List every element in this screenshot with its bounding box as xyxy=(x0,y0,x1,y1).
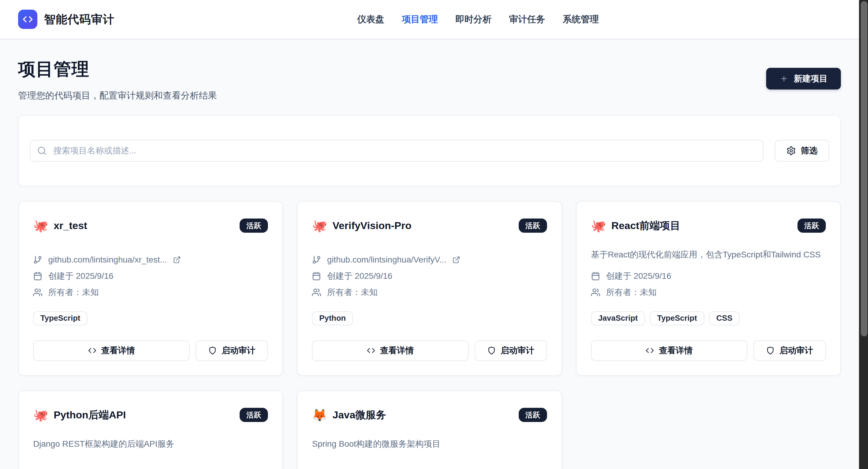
card-title-wrap: 🦊 Java微服务 xyxy=(312,408,386,422)
project-card-java-microservice: 🦊 Java微服务 活跃 Spring Boot构建的微服务架构项目 创建于 2… xyxy=(297,390,562,469)
card-title-wrap: 🐙 VerifyVision-Pro xyxy=(312,220,411,232)
project-card-xr-test: 🐙 xr_test 活跃 github.com/lintsinghua/xr_t… xyxy=(18,201,283,376)
card-header: 🐙 VerifyVision-Pro 活跃 xyxy=(312,216,547,236)
created-text: 创建于 2025/9/16 xyxy=(327,270,392,282)
project-name: Python后端API xyxy=(54,408,126,422)
repo-url: github.com/lintsinghua/xr_test... xyxy=(48,255,167,264)
view-details-label: 查看详情 xyxy=(101,345,135,356)
project-card-python-backend: 🐙 Python后端API 活跃 Django REST框架构建的后端API服务… xyxy=(18,390,283,469)
git-branch-icon xyxy=(33,255,42,264)
status-badge: 活跃 xyxy=(519,219,547,233)
filter-button[interactable]: 筛选 xyxy=(775,140,829,162)
card-actions: 查看详情 启动审计 xyxy=(591,340,826,361)
created-row: 创建于 2025/9/16 xyxy=(33,268,268,284)
created-text: 创建于 2025/9/16 xyxy=(48,468,113,469)
owner-row: 所有者：未知 xyxy=(591,284,826,301)
vertical-scrollbar[interactable] xyxy=(859,0,868,469)
repo-url: github.com/lintsinghua/VerifyV... xyxy=(327,255,446,264)
octopus-emoji-icon: 🐙 xyxy=(312,220,327,232)
shield-icon xyxy=(766,346,775,355)
created-text: 创建于 2025/9/16 xyxy=(606,270,671,282)
project-grid: 🐙 xr_test 活跃 github.com/lintsinghua/xr_t… xyxy=(18,201,841,469)
tag-list: Python xyxy=(312,311,547,325)
new-project-button[interactable]: 新建项目 xyxy=(766,68,841,90)
code-icon xyxy=(646,346,654,355)
external-link-icon xyxy=(453,256,460,264)
new-project-label: 新建项目 xyxy=(794,73,828,84)
start-audit-button[interactable]: 启动审计 xyxy=(195,340,268,361)
card-header: 🐙 React前端项目 活跃 xyxy=(591,216,826,236)
created-row: 创建于 2025/9/16 xyxy=(312,465,547,469)
project-card-verifyvision-pro: 🐙 VerifyVision-Pro 活跃 github.com/lintsin… xyxy=(297,201,562,376)
owner-text: 所有者：未知 xyxy=(606,287,657,298)
users-icon xyxy=(591,288,600,297)
start-audit-label: 启动审计 xyxy=(779,345,813,356)
plus-icon xyxy=(779,74,788,83)
start-audit-button[interactable]: 启动审计 xyxy=(475,340,547,361)
code-icon xyxy=(88,346,96,355)
status-badge: 活跃 xyxy=(798,219,826,233)
project-description: 基于React的现代化前端应用，包含TypeScript和Tailwind CS… xyxy=(591,249,826,261)
calendar-icon xyxy=(312,272,321,281)
calendar-icon xyxy=(591,272,600,281)
view-details-label: 查看详情 xyxy=(659,345,692,356)
card-actions: 查看详情 启动审计 xyxy=(312,340,547,361)
page-header: 项目管理 管理您的代码项目，配置审计规则和查看分析结果 新建项目 xyxy=(18,59,841,102)
status-badge: 活跃 xyxy=(240,408,268,422)
main-content: 项目管理 管理您的代码项目，配置审计规则和查看分析结果 新建项目 xyxy=(0,59,859,469)
view-details-button[interactable]: 查看详情 xyxy=(33,340,190,361)
tag-list: JavaScript TypeScript CSS xyxy=(591,311,826,325)
project-name: Java微服务 xyxy=(333,408,386,422)
nav-item-projects[interactable]: 项目管理 xyxy=(402,13,438,26)
language-tag: Python xyxy=(312,311,353,325)
language-tag: TypeScript xyxy=(650,311,704,325)
nav-item-system-admin[interactable]: 系统管理 xyxy=(563,13,599,26)
code-icon xyxy=(23,14,33,24)
nav-item-instant-analysis[interactable]: 即时分析 xyxy=(456,13,492,26)
view-details-label: 查看详情 xyxy=(380,345,414,356)
shield-icon xyxy=(208,346,217,355)
language-tag: TypeScript xyxy=(33,311,87,325)
main-nav: 仪表盘 项目管理 即时分析 审计任务 系统管理 xyxy=(357,0,599,39)
card-title-wrap: 🐙 Python后端API xyxy=(33,408,126,422)
view-details-button[interactable]: 查看详情 xyxy=(591,340,747,361)
start-audit-button[interactable]: 启动审计 xyxy=(753,340,826,361)
card-header: 🐙 xr_test 活跃 xyxy=(33,216,268,236)
project-name: React前端项目 xyxy=(612,219,681,233)
users-icon xyxy=(33,288,42,297)
octopus-emoji-icon: 🐙 xyxy=(591,220,606,232)
search-box xyxy=(30,140,764,162)
project-card-react-frontend: 🐙 React前端项目 活跃 基于React的现代化前端应用，包含TypeScr… xyxy=(576,201,841,376)
created-row: 创建于 2025/9/16 xyxy=(312,268,547,284)
search-input[interactable] xyxy=(30,140,764,162)
created-row: 创建于 2025/9/16 xyxy=(591,268,826,284)
created-text: 创建于 2025/9/16 xyxy=(327,468,392,469)
language-tag: JavaScript xyxy=(591,311,645,325)
created-row: 创建于 2025/9/16 xyxy=(33,465,268,469)
octopus-emoji-icon: 🐙 xyxy=(33,409,48,421)
project-name: VerifyVision-Pro xyxy=(333,220,411,231)
spacer xyxy=(33,236,268,252)
nav-item-audit-tasks[interactable]: 审计任务 xyxy=(509,13,545,26)
start-audit-label: 启动审计 xyxy=(221,345,255,356)
owner-text: 所有者：未知 xyxy=(327,287,378,298)
scrollbar-thumb[interactable] xyxy=(861,1,867,336)
gear-icon xyxy=(786,146,796,156)
repo-link[interactable]: github.com/lintsinghua/xr_test... xyxy=(33,252,268,268)
search-icon xyxy=(37,146,47,156)
top-navigation-bar: 智能代码审计 仪表盘 项目管理 即时分析 审计任务 系统管理 xyxy=(0,0,859,39)
owner-text: 所有者：未知 xyxy=(48,287,99,298)
fox-emoji-icon: 🦊 xyxy=(312,409,327,421)
repo-link[interactable]: github.com/lintsinghua/VerifyV... xyxy=(312,252,547,268)
app-title: 智能代码审计 xyxy=(44,12,115,27)
language-tag: CSS xyxy=(709,311,740,325)
card-title-wrap: 🐙 React前端项目 xyxy=(591,219,681,233)
project-description: Spring Boot构建的微服务架构项目 xyxy=(312,438,547,450)
project-name: xr_test xyxy=(54,220,87,231)
brand: 智能代码审计 xyxy=(18,10,115,29)
project-description: Django REST框架构建的后端API服务 xyxy=(33,438,268,450)
view-details-button[interactable]: 查看详情 xyxy=(312,340,468,361)
card-actions: 查看详情 启动审计 xyxy=(33,340,268,361)
card-title-wrap: 🐙 xr_test xyxy=(33,220,87,232)
nav-item-dashboard[interactable]: 仪表盘 xyxy=(357,13,384,26)
